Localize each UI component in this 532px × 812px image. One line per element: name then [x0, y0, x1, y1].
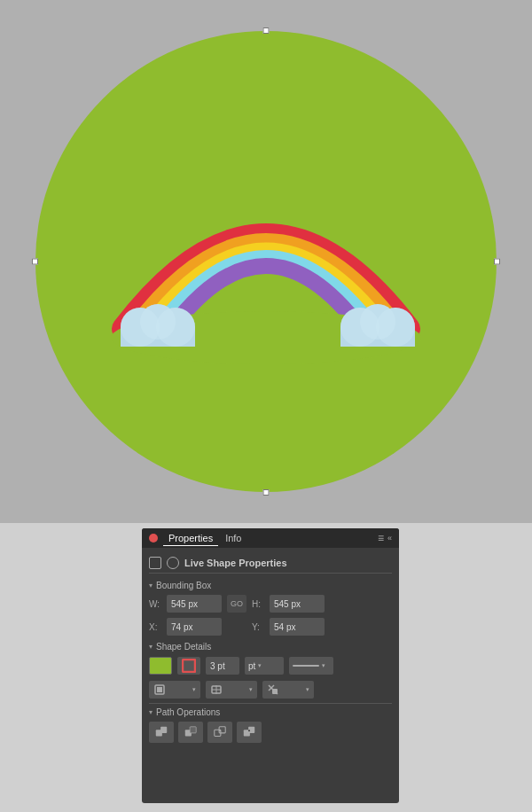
svg-rect-25 [160, 727, 167, 733]
align-row: ▾ ▾ ▾ [149, 678, 392, 701]
shape-icon-square [149, 557, 161, 569]
svg-rect-27 [190, 727, 196, 733]
stroke-unit-arrow: ▾ [258, 662, 262, 669]
svg-rect-17 [157, 687, 162, 692]
w-label: W: [149, 599, 161, 609]
shape-details-section: ▾ Shape Details [149, 638, 392, 653]
panel-body: Live Shape Properties ▾ Bounding Box W: … [142, 548, 399, 750]
path-ops-row [149, 720, 392, 745]
stroke-icon[interactable] [177, 657, 200, 675]
stroke-dash-arrow: ▾ [322, 662, 325, 669]
svg-point-14 [376, 308, 415, 347]
y-label: Y: [252, 622, 264, 632]
live-shape-label: Live Shape Properties [184, 558, 287, 568]
handle-right-middle[interactable] [494, 259, 500, 265]
panel-collapse-button[interactable]: « [387, 534, 392, 543]
h-input[interactable] [270, 595, 325, 613]
shape-icon-circle [167, 557, 179, 569]
handle-left-middle[interactable] [32, 259, 38, 265]
svg-rect-33 [248, 730, 250, 731]
align-arrow-3: ▾ [306, 686, 309, 693]
bounding-box-arrow: ▾ [149, 582, 153, 589]
path-intersect-button[interactable] [207, 722, 232, 743]
rainbow-artwork [98, 125, 434, 373]
svg-rect-15 [183, 660, 195, 672]
stroke-unit-dropdown[interactable]: pt ▾ [245, 657, 284, 675]
panel-menu-icon[interactable]: ≡ [378, 532, 384, 544]
stroke-color-row: pt ▾ ▾ [149, 653, 392, 678]
bounding-box-section: ▾ Bounding Box [149, 577, 392, 592]
x-label: X: [149, 622, 161, 632]
align-dropdown-3[interactable]: ▾ [262, 681, 314, 699]
shape-details-arrow: ▾ [149, 643, 153, 651]
handle-bottom-center[interactable] [263, 489, 270, 496]
panel-tabs: Properties Info [163, 531, 378, 546]
stroke-style-dropdown[interactable]: ▾ [289, 657, 333, 675]
panel-close-button[interactable] [149, 534, 158, 543]
path-ops-arrow: ▾ [149, 708, 153, 716]
x-input[interactable] [167, 618, 222, 636]
path-minus-front-button[interactable] [178, 722, 203, 743]
stroke-size-input[interactable] [206, 657, 239, 675]
align-arrow-1: ▾ [192, 686, 196, 693]
align-arrow-2: ▾ [249, 686, 253, 693]
panel-titlebar: Properties Info ≡ « [142, 528, 399, 548]
svg-point-7 [156, 308, 195, 347]
align-dropdown-1[interactable]: ▾ [149, 681, 200, 699]
xy-row: X: Y: [149, 615, 392, 638]
path-ops-label: Path Operations [156, 707, 220, 717]
bounding-box-label: Bounding Box [156, 581, 211, 590]
y-input[interactable] [270, 618, 325, 636]
align-dropdown-2[interactable]: ▾ [206, 681, 257, 699]
link-label: GO [231, 599, 243, 608]
shape-details-label: Shape Details [156, 642, 211, 652]
svg-rect-30 [219, 730, 221, 731]
link-proportions-button[interactable]: GO [227, 595, 246, 613]
fill-color-swatch[interactable] [149, 657, 172, 675]
handle-top-center[interactable] [263, 27, 270, 34]
canvas-area [0, 0, 532, 523]
path-exclude-button[interactable] [237, 722, 262, 743]
svg-rect-23 [272, 689, 278, 694]
w-input[interactable] [167, 595, 222, 613]
artwork-container [35, 31, 497, 492]
wh-row: W: GO H: [149, 592, 392, 615]
properties-panel: Properties Info ≡ « Live Shape Propertie… [142, 528, 399, 803]
tab-properties[interactable]: Properties [163, 531, 218, 546]
path-unite-button[interactable] [149, 722, 174, 743]
h-label: H: [252, 599, 264, 609]
tab-info[interactable]: Info [220, 531, 246, 545]
path-operations-section: ▾ Path Operations [149, 703, 392, 720]
live-shape-header: Live Shape Properties [149, 553, 392, 574]
